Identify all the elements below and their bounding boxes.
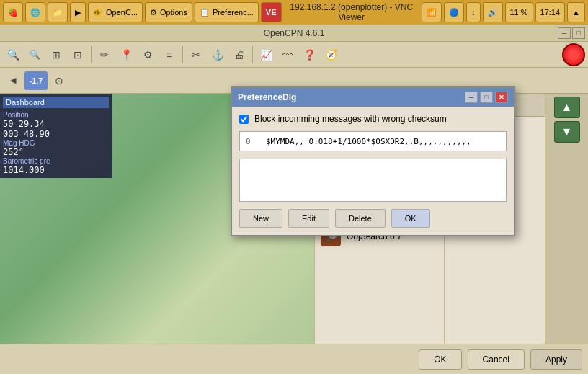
ok-button[interactable]: OK <box>419 349 461 370</box>
dialog-titlebar: PreferenceDlg ─ □ ✕ <box>232 88 514 107</box>
taskbar: 🍓 🌐 📁 ▶ 🐠 OpenC... ⚙ Options 📋 Preferenc… <box>0 0 588 25</box>
layers-btn[interactable]: ≡ <box>159 45 179 65</box>
clock: 17:14 <box>535 2 566 22</box>
options-task[interactable]: ⚙ Options <box>145 2 192 22</box>
baro-value: 1014.000 <box>3 165 109 175</box>
fit-screen-btn[interactable]: ⊞ <box>46 45 66 65</box>
mag-hdg-label: Mag HDG <box>3 139 109 147</box>
dialog-maximize-btn[interactable]: □ <box>480 92 493 103</box>
raspberry-btn[interactable]: 🍓 <box>3 2 23 22</box>
taskbar-scroll-up[interactable]: ▲ <box>567 2 585 22</box>
app-titlebar: OpenCPN 4.6.1 ─ □ <box>0 25 588 42</box>
terminal-btn[interactable]: ▶ <box>70 2 86 22</box>
lon-value: 003 48.90 <box>3 129 109 139</box>
data-value: $MYMDA,, 0.018+1/1000*$OSXDR2,,B,,,,,,,,… <box>266 137 500 146</box>
question-btn[interactable]: ❓ <box>299 45 319 65</box>
version-badge: -1.7 <box>24 71 48 90</box>
dialog-body: Block incomming messages with wrong chec… <box>232 107 514 235</box>
normal-view-btn[interactable]: ⊡ <box>68 45 88 65</box>
dashboard-panel: Dashboard Position 50 29.34 003 48.90 Ma… <box>0 94 112 178</box>
position-label: Position <box>3 111 109 119</box>
dashboard-title: Dashboard <box>3 97 109 108</box>
browser-btn[interactable]: 🌐 <box>25 2 45 22</box>
zoom-out-btn[interactable]: 🔍 <box>24 45 45 65</box>
dialog-buttons: New Edit Delete OK <box>239 209 507 228</box>
taskbar-title: 192.168.1.2 (openplotter) - VNC Viewer <box>284 2 420 22</box>
preference-dialog[interactable]: PreferenceDlg ─ □ ✕ Block incomming mess… <box>231 86 515 236</box>
prefs-task[interactable]: 📋 Preferenc... <box>195 2 259 22</box>
scroll-up-btn[interactable]: ▲ <box>554 97 580 118</box>
dialog-title-controls: ─ □ ✕ <box>465 92 508 103</box>
draw-btn[interactable]: ✏ <box>94 45 115 65</box>
block-messages-checkbox[interactable] <box>239 115 249 124</box>
zoom-in-btn[interactable]: 🔍 <box>3 45 23 65</box>
scroll-down-btn[interactable]: ▼ <box>554 121 580 143</box>
main-toolbar: 🔍 🔍 ⊞ ⊡ ✏ 📍 ⚙ ≡ ✂ ⚓ 🖨 📈 〰 ❓ 🧭 <box>0 42 588 68</box>
lifebuoy-btn[interactable]: ⊙ <box>49 71 69 91</box>
cut-btn[interactable]: ✂ <box>186 45 206 65</box>
dialog-title: PreferenceDlg <box>238 92 296 102</box>
battery-indicator: 11 % <box>505 2 533 22</box>
right-panel: ▲ ▼ <box>545 94 588 344</box>
dialog-delete-btn[interactable]: Delete <box>335 209 386 228</box>
data-index: 0 <box>246 137 260 146</box>
dialog-minimize-btn[interactable]: ─ <box>465 92 478 103</box>
app-minimize-btn[interactable]: ─ <box>558 27 571 39</box>
lat-value: 50 29.34 <box>3 119 109 129</box>
block-messages-label: Block incomming messages with wrong chec… <box>254 114 447 124</box>
app-title-controls: ─ □ <box>558 27 585 39</box>
dialog-ok-btn[interactable]: OK <box>391 209 430 228</box>
waypoint-btn[interactable]: 📍 <box>116 45 136 65</box>
opencpn-task[interactable]: 🐠 OpenC... <box>88 2 143 22</box>
mag-hdg-value: 252° <box>3 147 109 157</box>
back-btn[interactable]: ◀ <box>3 71 23 91</box>
baro-label: Barometric pre <box>3 157 109 165</box>
anchor-btn[interactable]: ⚓ <box>208 45 228 65</box>
toolbar-sep-1 <box>91 46 92 63</box>
toolbar-sep-2 <box>182 46 183 63</box>
bluetooth-indicator: 🔵 <box>444 2 464 22</box>
cancel-button[interactable]: Cancel <box>468 349 525 370</box>
dialog-edit-btn[interactable]: Edit <box>288 209 329 228</box>
bottom-bar: OK Cancel Apply <box>0 344 588 374</box>
route-btn[interactable]: 〰 <box>277 45 298 65</box>
dialog-new-btn[interactable]: New <box>239 209 282 228</box>
settings-btn[interactable]: ⚙ <box>138 45 158 65</box>
app-maximize-btn[interactable]: □ <box>572 27 585 39</box>
print-btn[interactable]: 🖨 <box>229 45 249 65</box>
sync-indicator: ↕ <box>466 2 481 22</box>
files-btn[interactable]: 📁 <box>48 2 68 22</box>
red-circle-btn[interactable] <box>562 43 585 66</box>
toolbar-sep-3 <box>252 46 253 63</box>
ve-task[interactable]: VE <box>261 2 282 22</box>
apply-button[interactable]: Apply <box>530 349 582 370</box>
signal-indicator: 📶 <box>422 2 442 22</box>
checkbox-row: Block incomming messages with wrong chec… <box>239 114 507 124</box>
app-title: OpenCPN 4.6.1 <box>264 28 325 38</box>
dialog-list[interactable] <box>239 159 507 202</box>
compass-btn[interactable]: 🧭 <box>321 45 341 65</box>
dialog-close-btn[interactable]: ✕ <box>495 92 508 103</box>
volume-indicator: 🔊 <box>483 2 503 22</box>
data-row: 0 $MYMDA,, 0.018+1/1000*$OSXDR2,,B,,,,,,… <box>239 131 507 151</box>
chart-btn[interactable]: 📈 <box>256 45 276 65</box>
